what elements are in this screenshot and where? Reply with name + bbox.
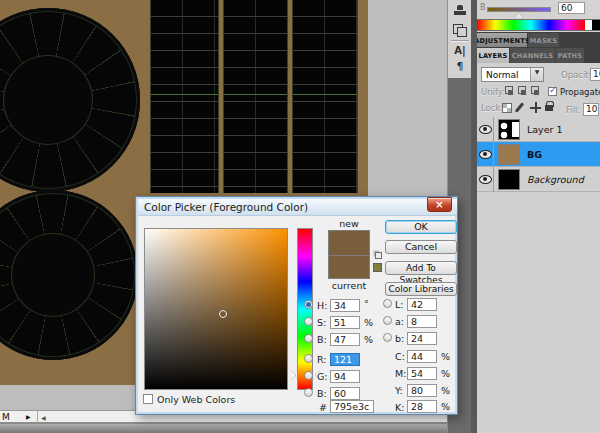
ok-button[interactable]: OK [385,220,457,234]
k-input[interactable]: 28 [407,400,437,413]
m-input[interactable]: 54 [407,367,437,380]
g-input[interactable]: 94 [330,370,360,383]
clone-source-panel-icon[interactable] [454,5,466,16]
layers-channels-paths-tabbar: LAYERS CHANNELS PATHS [477,47,600,63]
h-input[interactable]: 34 [330,299,360,312]
radio-g[interactable] [304,371,313,380]
visibility-cell[interactable] [477,117,494,142]
k-label: K: [395,402,404,413]
slider-thumb-icon[interactable] [515,12,523,18]
l-input[interactable]: 42 [407,298,437,311]
radio-l[interactable] [383,299,392,308]
layer-thumbnail[interactable] [498,144,520,165]
color-libraries-button[interactable]: Color Libraries [385,282,457,296]
radio-r[interactable] [304,354,313,363]
layer-row-layer1[interactable]: Layer 1 [477,117,600,142]
visibility-cell[interactable] [477,142,494,167]
radio-s[interactable] [304,317,313,326]
layer-name[interactable]: Layer 1 [527,124,563,135]
b2-input[interactable]: 60 [330,387,360,400]
y-input[interactable]: 80 [407,384,437,397]
current-color-swatch[interactable] [328,255,370,279]
status-popup-arrow-icon[interactable] [26,413,31,420]
b3-input[interactable]: 24 [407,332,437,345]
chevron-down-icon[interactable] [530,68,543,81]
fill-value[interactable]: 10 [583,103,599,116]
uv-tread-strip-2 [223,0,288,193]
lock-transparency-icon[interactable] [502,103,512,113]
b-unit: % [364,334,373,345]
unify-style-icon[interactable] [529,85,540,97]
blue-channel-value[interactable]: 60 [558,2,585,14]
status-doc-size: M [2,412,10,422]
h-label: H: [317,300,327,311]
unify-position-icon[interactable] [503,85,514,97]
ramp-white-swatch[interactable] [585,19,592,31]
eye-icon[interactable] [479,150,492,159]
tab-channels[interactable]: CHANNELS [510,48,555,64]
tab-masks[interactable]: MASKS [528,33,559,48]
web-safe-color-swatch[interactable] [373,263,382,272]
blend-mode-dropdown[interactable]: Normal [481,67,544,82]
add-to-swatches-button[interactable]: Add To Swatches [385,261,457,275]
color-picker-dialog: Color Picker (Foreground Color) new curr… [135,196,458,415]
lock-position-icon[interactable] [530,102,541,113]
layer-row-background[interactable]: Background [477,167,600,192]
layer-thumbnail[interactable] [498,119,520,140]
only-web-colors-label: Only Web Colors [157,394,235,405]
r-input[interactable]: 121 [330,353,360,366]
m-label: M: [395,368,406,379]
color-spectrum-ramp[interactable] [477,19,585,31]
lock-all-icon[interactable] [545,105,553,111]
ramp-black-swatch[interactable] [592,19,600,31]
uv-wheel-bottom [0,190,138,360]
propagate-checkbox[interactable] [548,87,557,96]
color-marker-icon[interactable] [219,310,227,318]
radio-b[interactable] [304,334,313,343]
layer-thumbnail[interactable] [498,169,520,190]
tab-paths[interactable]: PATHS [556,48,584,64]
layer-row-bg-selected[interactable]: BG [477,142,600,167]
close-icon[interactable] [427,197,452,212]
radio-b2[interactable] [304,388,313,397]
uv-tread-strip-1 [150,0,219,193]
hex-label: # [319,402,327,413]
saturation-brightness-field[interactable] [144,228,288,390]
only-web-colors-checkbox[interactable] [143,394,153,404]
lock-paint-icon[interactable] [515,102,524,112]
unify-visibility-icon[interactable] [516,85,527,97]
animation-panel-icon[interactable] [453,24,466,35]
eye-icon[interactable] [479,125,492,134]
paragraph-panel-icon[interactable] [452,60,468,73]
radio-a[interactable] [383,316,392,325]
opacity-value[interactable]: 10 [590,68,600,81]
eye-icon[interactable] [479,175,492,184]
m-unit: % [441,368,450,379]
s-input[interactable]: 51 [330,316,360,329]
radio-h[interactable] [304,300,313,309]
a-input[interactable]: 8 [407,315,437,328]
layers-panel: Normal Opacity: 10 Unify: Propagate Lock… [477,63,600,433]
c-input[interactable]: 44 [407,350,437,363]
b-input[interactable]: 47 [330,333,360,346]
hex-input[interactable]: 795e3c [330,400,374,413]
y-label: Y: [395,385,403,396]
layer-name[interactable]: Background [527,174,584,185]
hscroll-left-arrow-icon[interactable] [41,414,46,421]
character-panel-icon[interactable] [452,45,468,56]
new-color-swatch [328,230,370,255]
hue-slider[interactable] [297,228,313,390]
layer-name[interactable]: BG [527,149,542,160]
g-label: G: [317,371,328,382]
hue-arrow-left-icon[interactable] [291,371,296,379]
tab-layers[interactable]: LAYERS [477,48,509,64]
radio-b3[interactable] [383,333,392,342]
visibility-cell[interactable] [477,167,494,192]
cancel-button[interactable]: Cancel [385,240,457,254]
b2-label: B: [317,388,327,399]
not-web-safe-cube-icon[interactable] [375,252,382,259]
c-label: C: [395,351,405,362]
dialog-titlebar[interactable]: Color Picker (Foreground Color) [138,199,457,216]
tab-adjustments[interactable]: ADJUSTMENTS [477,33,527,48]
y-unit: % [441,385,450,396]
